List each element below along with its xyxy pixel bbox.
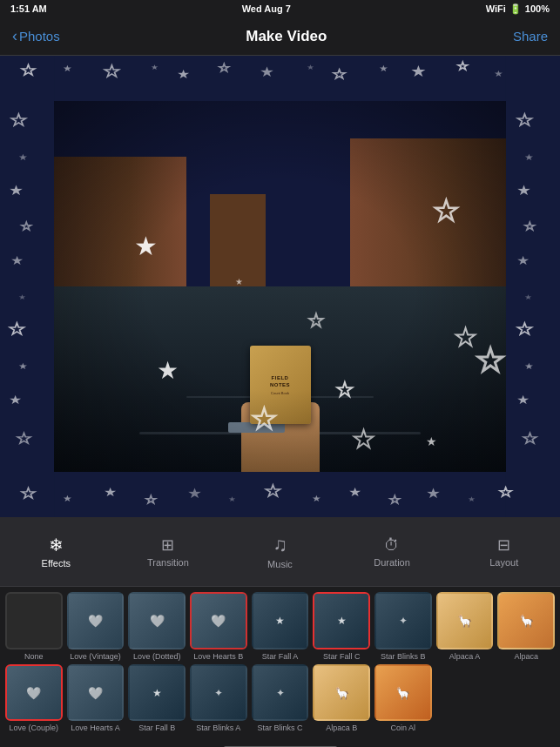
effects-icon: ❄ [49,535,64,555]
svg-text:★: ★ [312,494,321,503]
svg-text:★: ★ [426,485,441,501]
toolbar-effects[interactable]: ❄ Effects [0,535,112,569]
effect-alpaca-a-label: Alpaca A [449,652,481,661]
svg-text:★: ★ [260,64,274,79]
effect-star-blinks-b[interactable]: ✦ Star Blinks B [374,592,432,661]
effect-none[interactable]: None [5,592,63,661]
effect-love-hearts-b[interactable]: 🤍 Love Hearts B [190,592,247,661]
svg-text:★: ★ [21,485,36,501]
chevron-left-icon: ‹ [12,27,17,45]
svg-text:★: ★ [524,361,534,371]
status-bar: 1:51 AM Wed Aug 7 WiFi 🔋 100% [0,0,560,17]
svg-text:★: ★ [494,69,503,78]
svg-text:★: ★ [219,62,230,74]
svg-text:★: ★ [516,253,529,266]
effect-star-fall-a[interactable]: ★ Star Fall A [252,592,309,661]
svg-text:★: ★ [17,430,31,446]
svg-text:★: ★ [523,430,537,446]
svg-text:★: ★ [18,293,26,301]
nav-bar: ‹ Photos Make Video Share [0,17,560,56]
svg-text:★: ★ [21,62,36,77]
effects-row-1: None 🤍 Love (Vintage) 🤍 Love (Dotted) [0,587,560,661]
effect-love-vintage-label: Love (Vintage) [70,652,120,661]
effect-star-blinks-c[interactable]: ✦ Star Blinks C [252,664,309,733]
svg-text:★: ★ [104,63,121,80]
toolbar-duration[interactable]: ⏱ Duration [336,536,449,568]
wifi-icon: WiFi [486,3,506,14]
effect-love-couple[interactable]: 🤍 Love (Couple) [5,664,63,733]
transition-label: Transition [147,557,189,568]
svg-text:★: ★ [63,64,72,73]
effect-none-label: None [24,652,44,661]
svg-text:★: ★ [151,64,159,71]
duration-icon: ⏱ [384,536,400,555]
toolbar: ❄ Effects ⊞ Transition ♫ Music ⏱ Duratio… [0,517,560,587]
svg-text:★: ★ [516,393,529,406]
effect-star-fall-b-label: Star Fall B [138,723,175,732]
svg-text:★: ★ [63,494,72,503]
effect-love-hearts-a-label: Love Hearts A [71,723,120,732]
svg-text:★: ★ [228,495,236,503]
status-day: Wed Aug 7 [242,3,291,14]
home-indicator-area [0,739,560,747]
svg-text:★: ★ [524,152,534,162]
status-right-icons: WiFi 🔋 100% [486,3,550,15]
svg-text:★: ★ [516,320,534,338]
svg-text:★: ★ [389,494,401,506]
svg-text:★: ★ [104,485,116,498]
svg-text:★: ★ [18,152,28,162]
layout-icon: ⊟ [497,535,510,555]
svg-text:★: ★ [177,67,189,80]
effect-star-fall-a-label: Star Fall A [262,652,299,661]
effect-star-fall-c-label: Star Fall C [323,652,361,661]
toolbar-layout[interactable]: ⊟ Layout [448,535,560,568]
back-button[interactable]: ‹ Photos [12,27,60,45]
svg-text:★: ★ [9,182,24,198]
svg-text:★: ★ [333,67,345,80]
effect-love-couple-label: Love (Couple) [10,723,59,732]
duration-label: Duration [374,557,410,568]
effect-love-vintage[interactable]: 🤍 Love (Vintage) [67,592,125,661]
svg-text:★: ★ [9,393,21,406]
toolbar-music[interactable]: ♫ Music [224,534,336,569]
music-label: Music [267,559,293,569]
effect-alpaca-a[interactable]: 🦙 Alpaca A [436,592,494,661]
effect-alpaca-b[interactable]: 🦙 Alpaca B [313,664,370,733]
transition-icon: ⊞ [161,535,174,555]
toolbar-transition[interactable]: ⊞ Transition [112,535,225,568]
battery-percent: 100% [525,3,550,14]
svg-text:★: ★ [348,485,361,498]
effect-star-fall-c[interactable]: ★ Star Fall C [313,592,370,661]
back-label: Photos [19,29,60,44]
svg-text:★: ★ [265,482,282,500]
effect-love-dotted[interactable]: 🤍 Love (Dotted) [128,592,186,661]
svg-rect-0 [0,56,560,101]
status-time: 1:51 AM [10,3,47,14]
effect-star-blinks-a[interactable]: ✦ Star Blinks A [190,664,247,733]
effect-star-fall-b[interactable]: ★ Star Fall B [128,664,186,733]
battery-icon: 🔋 [509,3,522,15]
effect-coin-ai[interactable]: 🦙 Coin Al [374,664,432,733]
svg-text:★: ★ [21,220,32,232]
effect-alpaca[interactable]: 🦙 Alpaca [497,592,555,661]
page-title: Make Video [246,28,327,45]
svg-text:★: ★ [10,253,23,266]
svg-text:★: ★ [457,60,469,72]
effect-love-hearts-b-label: Love Hearts B [193,652,243,661]
svg-text:★: ★ [187,485,202,501]
svg-text:★: ★ [10,111,28,129]
svg-text:★: ★ [410,63,428,80]
svg-text:★: ★ [524,220,536,232]
svg-text:★: ★ [379,64,388,73]
effect-love-hearts-a[interactable]: 🤍 Love Hearts A [67,664,125,733]
svg-text:★: ★ [524,293,532,301]
svg-text:★: ★ [468,495,476,503]
effect-coin-ai-label: Coin Al [391,723,416,732]
music-icon: ♫ [273,534,287,556]
effect-alpaca-b-label: Alpaca B [326,723,357,732]
effects-row-2: 🤍 Love (Couple) 🤍 Love Hearts A ★ [0,661,560,740]
share-button[interactable]: Share [513,29,548,44]
effect-love-dotted-label: Love (Dotted) [133,652,181,661]
svg-text:★: ★ [18,361,28,371]
svg-text:★: ★ [516,182,531,198]
